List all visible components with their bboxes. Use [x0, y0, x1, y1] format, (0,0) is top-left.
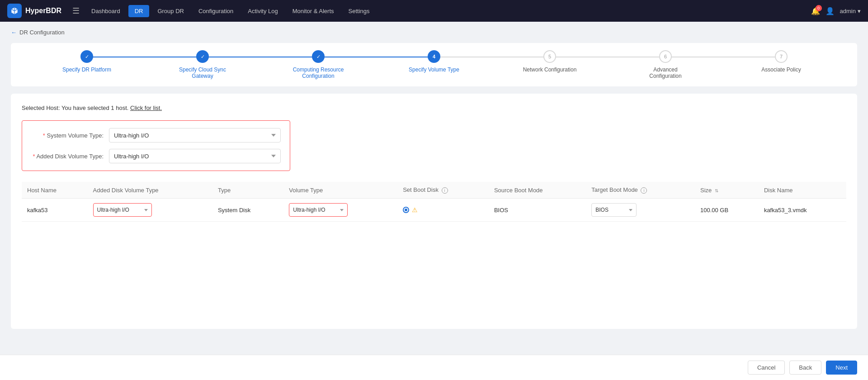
stepper: ✓ Specify DR Platform ✓ Specify Cloud Sy… — [11, 43, 857, 86]
row-added-disk-select[interactable]: Ultra-high I/O High I/O Common I/O Extre… — [93, 203, 152, 217]
col-volume-type: Volume Type — [283, 182, 397, 199]
step-3-label: Computing Resource Configuration — [291, 66, 345, 79]
step-1-label: Specify DR Platform — [62, 66, 111, 73]
cell-source-boot-mode: BIOS — [489, 199, 586, 222]
cancel-button[interactable]: Cancel — [748, 361, 785, 375]
step-6-label: Advanced Configuration — [638, 66, 693, 79]
step-2: ✓ Specify Cloud Sync Gateway — [145, 50, 260, 79]
col-disk-name: Disk Name — [759, 182, 846, 199]
step-7: 7 Associate Policy — [723, 50, 839, 73]
cell-volume-type: Ultra-high I/O High I/O Common I/O Extre… — [283, 199, 397, 222]
step-1: ✓ Specify DR Platform — [29, 50, 145, 73]
step-5-label: Network Configuration — [523, 66, 577, 73]
table-row: kafka53 Ultra-high I/O High I/O Common I… — [22, 199, 846, 222]
hamburger-menu[interactable]: ☰ — [69, 4, 83, 18]
step-5: 5 Network Configuration — [492, 50, 608, 73]
cell-disk-name: kafka53_3.vmdk — [759, 199, 846, 222]
click-for-list-link[interactable]: Click for list. — [130, 104, 162, 111]
notification-icon[interactable]: 🔔 0 — [811, 7, 820, 15]
added-disk-volume-row: * Added Disk Volume Type: Ultra-high I/O… — [31, 149, 281, 163]
col-target-boot-mode: Target Boot Mode i — [586, 182, 695, 199]
system-volume-row: * System Volume Type: Ultra-high I/O Hig… — [31, 128, 281, 142]
warning-icon: ⚠ — [412, 206, 418, 214]
next-button[interactable]: Next — [826, 361, 857, 375]
nav-group-dr[interactable]: Group DR — [151, 5, 190, 17]
boot-disk-radio[interactable] — [403, 207, 409, 213]
col-source-boot-mode: Source Boot Mode — [489, 182, 586, 199]
cell-target-boot-mode: BIOS UEFI — [586, 199, 695, 222]
step-3-circle: ✓ — [312, 50, 325, 63]
nav-right-area: 🔔 0 👤 admin ▾ — [811, 7, 861, 15]
col-size: Size ⇅ — [695, 182, 759, 199]
step-1-circle: ✓ — [80, 50, 93, 63]
radio-inner — [405, 209, 407, 211]
step-2-label: Specify Cloud Sync Gateway — [175, 66, 230, 79]
system-volume-label: * System Volume Type: — [31, 132, 104, 139]
boot-disk-cell: ⚠ — [403, 206, 483, 214]
cell-added-disk-volume-type: Ultra-high I/O High I/O Common I/O Extre… — [88, 199, 212, 222]
back-button[interactable]: Back — [789, 361, 821, 375]
col-added-disk-volume-type: Added Disk Volume Type — [88, 182, 212, 199]
brand-name: HyperBDR — [25, 7, 61, 15]
step-7-circle: 7 — [775, 50, 788, 63]
set-boot-disk-info-icon[interactable]: i — [442, 187, 448, 194]
breadcrumb: ← DR Configuration — [11, 29, 857, 36]
nav-settings[interactable]: Settings — [342, 5, 376, 17]
top-navigation: HyperBDR ☰ Dashboard DR Group DR Configu… — [0, 0, 868, 22]
cell-set-boot-disk: ⚠ — [397, 199, 489, 222]
cell-type: System Disk — [212, 199, 283, 222]
notification-badge: 0 — [816, 5, 822, 11]
logo-icon — [7, 4, 22, 18]
nav-activity-log[interactable]: Activity Log — [241, 5, 284, 17]
logo-area: HyperBDR — [7, 4, 61, 18]
col-type: Type — [212, 182, 283, 199]
step-4: 4 Specify Volume Type — [376, 50, 492, 73]
nav-dr[interactable]: DR — [128, 5, 150, 17]
breadcrumb-label: DR Configuration — [19, 29, 65, 36]
step-5-circle: 5 — [543, 50, 556, 63]
disk-table-section: Host Name Added Disk Volume Type Type Vo… — [22, 182, 846, 222]
added-disk-volume-select[interactable]: Ultra-high I/O High I/O Common I/O Extre… — [109, 149, 281, 163]
admin-menu[interactable]: admin ▾ — [840, 8, 861, 14]
step-7-label: Associate Policy — [761, 66, 801, 73]
target-boot-mode-select[interactable]: BIOS UEFI — [591, 203, 637, 217]
step-6-circle: 6 — [659, 50, 672, 63]
bottom-actions-bar: Cancel Back Next — [0, 355, 868, 380]
back-arrow-icon[interactable]: ← — [11, 29, 17, 36]
nav-monitor-alerts[interactable]: Monitor & Alerts — [286, 5, 340, 17]
step-6: 6 Advanced Configuration — [608, 50, 723, 79]
col-set-boot-disk: Set Boot Disk i — [397, 182, 489, 199]
cell-size: 100.00 GB — [695, 199, 759, 222]
nav-configuration[interactable]: Configuration — [192, 5, 240, 17]
cell-host-name: kafka53 — [22, 199, 88, 222]
step-4-label: Specify Volume Type — [409, 66, 459, 73]
table-header-row: Host Name Added Disk Volume Type Type Vo… — [22, 182, 846, 199]
target-boot-mode-info-icon[interactable]: i — [641, 187, 647, 194]
row-volume-type-select[interactable]: Ultra-high I/O High I/O Common I/O Extre… — [289, 203, 348, 217]
system-volume-select[interactable]: Ultra-high I/O High I/O Common I/O Extre… — [109, 128, 281, 142]
col-host-name: Host Name — [22, 182, 88, 199]
nav-dashboard[interactable]: Dashboard — [85, 5, 127, 17]
disk-table: Host Name Added Disk Volume Type Type Vo… — [22, 182, 846, 222]
main-content-card: Selected Host: You have selected 1 host.… — [11, 94, 857, 329]
user-icon[interactable]: 👤 — [826, 7, 835, 15]
sort-size-icon[interactable]: ⇅ — [715, 188, 718, 193]
added-disk-volume-label: * Added Disk Volume Type: — [31, 153, 104, 160]
page-content: ← DR Configuration ✓ Specify DR Platform… — [0, 22, 868, 336]
selected-host-row: Selected Host: You have selected 1 host.… — [22, 104, 846, 111]
step-4-circle: 4 — [428, 50, 440, 63]
volume-config-box: * System Volume Type: Ultra-high I/O Hig… — [22, 120, 290, 171]
step-2-circle: ✓ — [196, 50, 209, 63]
step-3: ✓ Computing Resource Configuration — [260, 50, 376, 79]
